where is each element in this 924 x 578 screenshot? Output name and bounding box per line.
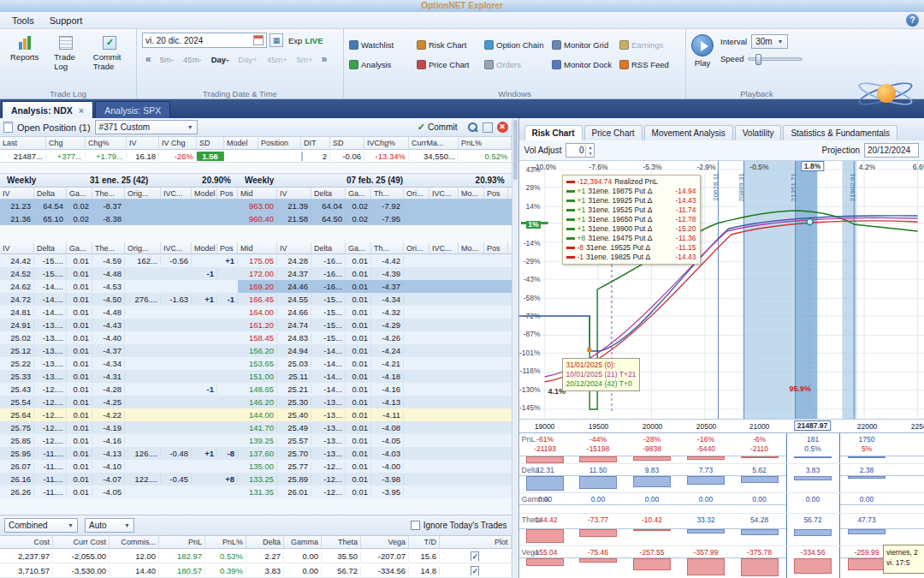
trade-log-button[interactable]: Trade Log: [49, 33, 83, 74]
option-row[interactable]: 151.00 25.11 -14... 0.01 -4.18: [238, 370, 512, 383]
window-toggle[interactable]: Earnings: [619, 36, 684, 53]
option-row[interactable]: 24.72 -14.... 0.01 -4.50 276.... -1.63 +…: [0, 293, 238, 306]
speed-slider-thumb[interactable]: [755, 54, 761, 65]
option-row[interactable]: 26.26 -11.... 0.01 -4.05: [0, 486, 238, 498]
option-row[interactable]: 144.00 25.40 -13... 0.01 -4.11: [238, 408, 512, 421]
vertical-scrollbar[interactable]: [512, 118, 518, 578]
option-row[interactable]: 137.60 25.70 -13... 0.01 -4.03: [238, 447, 512, 460]
time-step-button[interactable]: Day-: [207, 54, 234, 65]
option-row[interactable]: 153.65 25.03 -14... 0.01 -4.21: [238, 357, 512, 370]
option-row[interactable]: 25.43 -12.... 0.01 -4.28 -1: [0, 383, 238, 396]
window-toggle[interactable]: Price Chart: [417, 56, 481, 73]
cell-plot[interactable]: ✓: [440, 551, 512, 561]
tab-analysis-ndx[interactable]: Analysis: NDX ×: [2, 101, 93, 118]
risk-panel-tab[interactable]: Price Chart: [584, 125, 643, 140]
risk-panel-tab[interactable]: Statistics & Fundamentals: [783, 125, 897, 140]
risk-panel-tab[interactable]: Risk Chart: [524, 125, 583, 140]
totals-row[interactable]: 3,710.57 -3,530.00 14.40 180.57 0.39% 3.…: [0, 563, 512, 578]
option-row[interactable]: 26.16 -11.... 0.01 -4.07 122.... -0.45 +…: [0, 473, 238, 486]
ignore-trades-checkbox[interactable]: Ignore Today's Trades: [411, 521, 507, 530]
goto-expiry-button[interactable]: ▦: [270, 33, 283, 47]
scrollbar-thumb[interactable]: [513, 120, 518, 180]
reports-button[interactable]: Reports: [5, 33, 44, 74]
option-row[interactable]: 148.65 25.21 -14... 0.01 -4.16: [238, 383, 512, 396]
option-row[interactable]: 133.25 25.89 -12... 0.01 -3.98: [238, 473, 512, 486]
strategy-select[interactable]: #371 Custom ▼: [95, 120, 198, 134]
position-summary-row[interactable]: 21487... +377... +1.79... 16.18 -26% 1.5…: [0, 150, 512, 163]
grid-icon[interactable]: [483, 122, 493, 133]
commit-trade-button[interactable]: Commit Trade: [88, 33, 131, 74]
view-select[interactable]: Combined ▼: [4, 518, 78, 533]
option-row[interactable]: 156.20 24.94 -14... 0.01 -4.24: [238, 344, 512, 357]
expiry-header-07feb[interactable]: Weekly 07 feb. 25 (49) 20.93%: [238, 173, 512, 188]
option-row[interactable]: 172.00 24.37 -16... 0.01 -4.39: [238, 267, 512, 280]
option-row[interactable]: 25.64 -12.... 0.01 -4.22: [0, 408, 238, 421]
time-step-button[interactable]: 45m+: [263, 54, 292, 65]
trading-date-input[interactable]: vi. 20 dic. 2024: [142, 33, 267, 48]
option-row[interactable]: 161.20 24.74 -15... 0.01 -4.29: [238, 319, 512, 331]
option-row[interactable]: 24.81 -14.... 0.01 -4.48: [0, 306, 238, 319]
window-toggle[interactable]: Analysis: [349, 56, 413, 73]
close-icon[interactable]: ×: [79, 105, 84, 116]
option-row[interactable]: 25.54 -12.... 0.01 -4.25: [0, 396, 238, 408]
vol-adjust-spinner[interactable]: 0 ▲▼: [566, 143, 595, 158]
option-row[interactable]: 166.45 24.55 -15... 0.01 -4.34: [238, 293, 512, 306]
time-step-button[interactable]: 5m-: [156, 54, 178, 65]
commit-button[interactable]: ✓ Commit: [412, 120, 463, 134]
option-row[interactable]: 963.00 21.39 64.04 0.02 -7.92: [238, 200, 512, 212]
option-row[interactable]: 25.85 -12.... 0.01 -4.16: [0, 434, 238, 447]
projection-date-input[interactable]: 20/12/2024: [864, 143, 919, 158]
option-row[interactable]: 158.45 24.83 -15... 0.01 -4.26: [238, 331, 512, 344]
speed-slider[interactable]: [748, 57, 803, 61]
option-row[interactable]: 175.05 24.28 -16... 0.01 -4.42: [238, 254, 512, 267]
window-toggle[interactable]: Watchlist: [349, 36, 413, 53]
window-toggle[interactable]: Option Chain: [484, 36, 548, 53]
totals-row[interactable]: 2,237.97 -2,055.00 12.00 182.97 0.53% 2.…: [0, 549, 512, 563]
interval-select[interactable]: 30m ▼: [751, 34, 787, 49]
spin-down-icon[interactable]: ▼: [586, 151, 594, 157]
spin-up-icon[interactable]: ▲: [586, 145, 594, 151]
option-row[interactable]: 24.62 -14.... 0.01 -4.53: [0, 280, 238, 293]
help-icon[interactable]: ?: [906, 14, 919, 27]
risk-panel-tab[interactable]: Volatility: [735, 125, 782, 140]
option-row[interactable]: 135.00 25.77 -12... 0.01 -4.00: [238, 460, 512, 473]
window-toggle[interactable]: Orders: [484, 56, 548, 73]
option-row[interactable]: 24.42 -15.... 0.01 -4.59 162... -0.56 +1: [0, 254, 238, 267]
option-row[interactable]: 24.52 -15.... 0.01 -4.48 -1: [0, 267, 238, 280]
time-step-button[interactable]: 5m+: [293, 54, 317, 65]
window-toggle[interactable]: Monitor Grid: [552, 36, 616, 53]
option-row[interactable]: 146.20 25.30 -13... 0.01 -4.13: [238, 396, 512, 408]
option-row[interactable]: 25.02 -13.... 0.01 -4.40: [0, 331, 238, 344]
cancel-icon[interactable]: ✕: [497, 122, 508, 133]
tab-analysis-spx[interactable]: Analysis: SPX: [95, 101, 170, 118]
option-row[interactable]: 21.23 64.54 0.02 -8.37: [0, 200, 238, 212]
expiry-header-31ene[interactable]: Weekly 31 ene. 25 (42) 20.90%: [0, 173, 238, 188]
option-row[interactable]: 25.12 -13.... 0.01 -4.37: [0, 344, 238, 357]
option-row[interactable]: 21.36 65.10 0.02 -8.38: [0, 212, 238, 225]
option-row[interactable]: 26.07 -11.... 0.01 -4.10: [0, 460, 238, 473]
play-button[interactable]: [691, 34, 714, 57]
option-row[interactable]: 131.35 26.01 -12... 0.01 -3.95: [238, 486, 512, 498]
search-icon[interactable]: [467, 122, 478, 133]
step-far-forward-button[interactable]: »: [318, 53, 331, 65]
mode-select[interactable]: Auto ▼: [85, 518, 134, 533]
risk-panel-tab[interactable]: Movement Analysis: [644, 125, 733, 140]
time-step-button[interactable]: Day+: [234, 54, 261, 65]
option-row[interactable]: 25.75 -12.... 0.01 -4.19: [0, 421, 238, 434]
option-row[interactable]: 25.95 -11.... 0.01 -4.13 126.... -0.48 +…: [0, 447, 238, 460]
option-row[interactable]: 164.00 24.66 -15... 0.01 -4.32: [238, 306, 512, 319]
option-row[interactable]: 960.40 21.58 64.50 0.02 -7.95: [238, 212, 512, 225]
option-row[interactable]: 24.91 -13.... 0.01 -4.43: [0, 319, 238, 331]
window-toggle[interactable]: Risk Chart: [417, 36, 481, 53]
option-row[interactable]: 141.70 25.49 -13... 0.01 -4.08: [238, 421, 512, 434]
step-far-back-button[interactable]: «: [142, 53, 155, 65]
option-row[interactable]: 169.20 24.46 -16... 0.01 -4.37: [238, 280, 512, 293]
menu-tools[interactable]: Tools: [5, 14, 41, 27]
window-toggle[interactable]: RSS Feed: [619, 56, 684, 73]
time-step-button[interactable]: 45m-: [179, 54, 206, 65]
title-bar[interactable]: OptionNET Explorer: [0, 0, 924, 12]
window-toggle[interactable]: Monitor Dock: [552, 56, 616, 73]
option-row[interactable]: 25.22 -13.... 0.01 -4.34: [0, 357, 238, 370]
option-row[interactable]: 25.33 -13.... 0.01 -4.31: [0, 370, 238, 383]
calendar-icon[interactable]: [253, 35, 264, 45]
